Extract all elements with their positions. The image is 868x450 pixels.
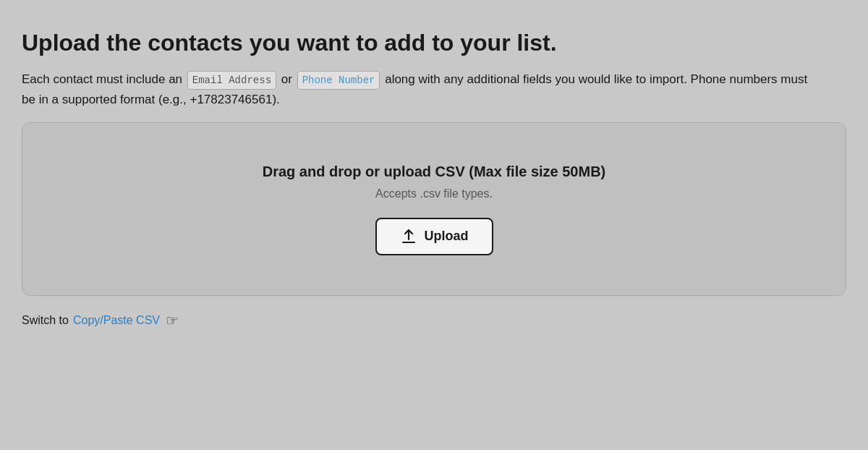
email-badge: Email Address — [187, 71, 276, 90]
cursor-icon: ☞ — [166, 312, 179, 329]
dropzone-title: Drag and drop or upload CSV (Max file si… — [263, 164, 606, 180]
dropzone-subtitle: Accepts .csv file types. — [375, 187, 493, 200]
description-part1: Each contact must include an — [22, 72, 182, 86]
phone-badge: Phone Number — [297, 71, 380, 90]
or-text: or — [281, 72, 292, 86]
page-container: Upload the contacts you want to add to y… — [0, 0, 868, 450]
description-paragraph: Each contact must include an Email Addre… — [22, 69, 817, 109]
switch-prefix: Switch to — [22, 314, 69, 327]
svg-rect-0 — [402, 242, 415, 243]
upload-button-label: Upload — [425, 229, 469, 244]
page-title: Upload the contacts you want to add to y… — [22, 29, 846, 56]
upload-button[interactable]: Upload — [375, 218, 493, 255]
dropzone-area: Drag and drop or upload CSV (Max file si… — [22, 122, 846, 296]
switch-row: Switch to Copy/Paste CSV ☞ — [22, 309, 846, 329]
copy-paste-csv-link[interactable]: Copy/Paste CSV — [73, 314, 160, 327]
upload-icon — [400, 228, 417, 245]
